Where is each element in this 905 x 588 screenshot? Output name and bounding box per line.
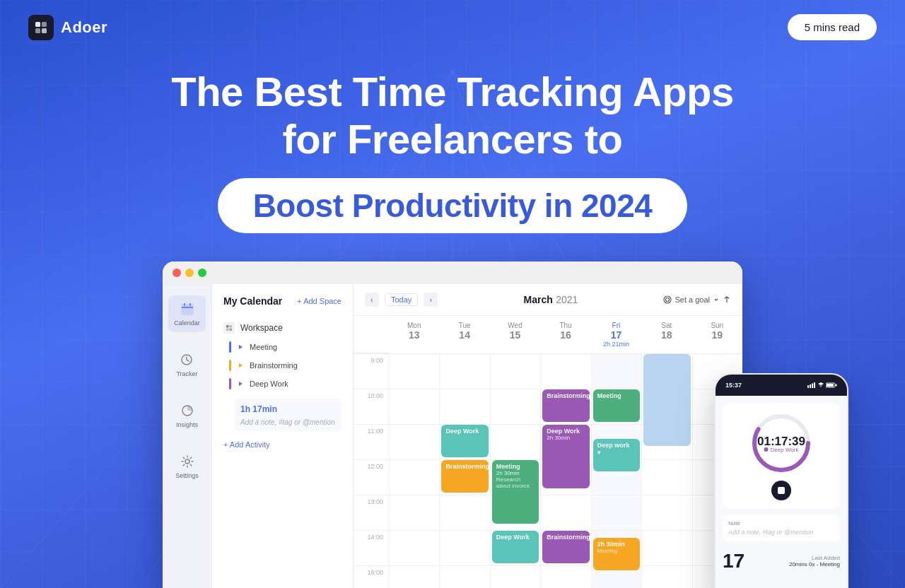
logo-text: Adoer bbox=[61, 18, 107, 37]
cal-day-thu: Thu 16 bbox=[540, 316, 590, 353]
deepwork-color-bar bbox=[229, 378, 231, 389]
svg-rect-34 bbox=[827, 384, 834, 387]
svg-rect-21 bbox=[226, 329, 229, 331]
svg-rect-9 bbox=[42, 22, 47, 27]
app-content: Calendar Tracker bbox=[163, 284, 742, 588]
window-close-dot bbox=[173, 269, 181, 277]
event-fri-brainstorming[interactable]: 2h 30min Meeting bbox=[593, 538, 640, 570]
mon-cell-6 bbox=[390, 531, 439, 566]
deep-work-time: 1h 17min bbox=[240, 404, 336, 414]
cal-month-year: March 2021 bbox=[523, 293, 578, 306]
svg-rect-10 bbox=[35, 28, 40, 33]
phone-content: 01:17:39 Deep Work Note Add a note, #tag… bbox=[716, 396, 847, 588]
read-time-text: 5 mins read bbox=[805, 21, 860, 33]
svg-marker-25 bbox=[239, 382, 243, 386]
read-time-badge: 5 mins read bbox=[788, 14, 877, 40]
tracker-icon bbox=[179, 352, 194, 368]
cal-month: March bbox=[523, 294, 552, 305]
day-column-tue: Deep Work Brainstorming bbox=[439, 354, 489, 588]
event-fri-deepwork[interactable]: Deep work ▾ bbox=[593, 439, 640, 471]
window-minimize-dot bbox=[185, 269, 194, 277]
event-wed-deepwork[interactable]: Deep Work bbox=[492, 531, 539, 563]
event-sat-lightblue[interactable] bbox=[643, 354, 690, 446]
event-thu-deepwork[interactable]: Deep Work 2h 30min bbox=[542, 425, 589, 488]
cal-body: 9:00 10:00 11:00 12:00 13:00 14:00 16:00 bbox=[354, 354, 742, 588]
sidebar-item-insights[interactable]: Insights bbox=[170, 397, 204, 434]
phone-frame: 15:37 01:17:39 bbox=[714, 373, 848, 588]
logo[interactable]: Adoer bbox=[28, 15, 107, 40]
sidebar-insights-label: Insights bbox=[176, 421, 198, 428]
event-thu-brainstorming2[interactable]: Brainstorming bbox=[542, 531, 589, 563]
time-labels: 9:00 10:00 11:00 12:00 13:00 14:00 16:00 bbox=[354, 354, 389, 588]
timer-label-text: Deep Work bbox=[771, 447, 799, 453]
mon-cell-3 bbox=[390, 425, 439, 460]
phone-note-input[interactable]: Add a note, #tag or @mention bbox=[728, 529, 834, 536]
svg-rect-12 bbox=[182, 305, 193, 314]
cal-goal-button[interactable]: Set a goal bbox=[663, 295, 731, 304]
add-space-button[interactable]: + Add Space bbox=[297, 297, 341, 305]
event-wed-meeting[interactable]: Meeting 2h 30min Research about invoice bbox=[492, 460, 539, 524]
phone-note-section: Note Add a note, #tag or @mention bbox=[723, 514, 840, 541]
event-thu-brainstorming[interactable]: Brainstorming bbox=[542, 389, 589, 422]
svg-marker-24 bbox=[239, 363, 243, 368]
svg-rect-20 bbox=[230, 325, 233, 328]
svg-rect-22 bbox=[230, 329, 233, 331]
svg-rect-11 bbox=[42, 28, 47, 33]
time-1100: 11:00 bbox=[354, 425, 389, 460]
workspace-icon bbox=[223, 322, 235, 334]
day-column-thu: Brainstorming Deep Work 2h 30min Brainst… bbox=[540, 354, 590, 588]
phone-time: 15:37 bbox=[725, 382, 742, 389]
day-column-sat bbox=[641, 354, 691, 588]
cal-today-button[interactable]: Today bbox=[385, 293, 418, 306]
svg-point-18 bbox=[185, 459, 189, 464]
highlight-box: Boost Productivity in 2024 bbox=[218, 178, 688, 233]
phone-note-label: Note bbox=[728, 520, 834, 527]
day-column-wed: Meeting 2h 30min Research about invoice … bbox=[490, 354, 540, 588]
note-input[interactable]: Add a note, #tag or @mention bbox=[240, 418, 336, 426]
phone-status-area: 15:37 bbox=[716, 375, 847, 396]
main-title: The Best Time Tracking Apps for Freelanc… bbox=[28, 69, 877, 163]
event-tue-deepwork[interactable]: Deep Work bbox=[441, 425, 488, 457]
laptop-titlebar bbox=[163, 261, 742, 284]
logo-icon bbox=[28, 15, 54, 40]
sidebar-item-settings[interactable]: Settings bbox=[170, 448, 204, 485]
meeting-color-bar bbox=[229, 341, 231, 353]
panel-header: My Calendar + Add Space bbox=[223, 295, 341, 307]
cal-day-fri: Fri 17 2h 21min bbox=[591, 316, 641, 353]
time-900: 9:00 bbox=[354, 354, 389, 389]
phone-bottom: 17 Last Added 20mins 0x - Meeting bbox=[723, 547, 840, 575]
timer-circle: 01:17:39 Deep Work bbox=[749, 411, 813, 475]
phone-last-label: Last Added bbox=[789, 555, 840, 561]
svg-marker-23 bbox=[239, 345, 243, 349]
cal-goal-label: Set a goal bbox=[675, 295, 710, 304]
screenshot-section: Calendar Tracker bbox=[0, 261, 905, 588]
day-column-mon bbox=[389, 354, 439, 588]
stop-button[interactable] bbox=[771, 481, 791, 500]
mon-cell-7 bbox=[390, 566, 439, 588]
sidebar-item-calendar[interactable]: Calendar bbox=[168, 295, 206, 332]
event-fri-meeting[interactable]: Meeting bbox=[593, 389, 640, 422]
cal-prev-button[interactable]: ‹ bbox=[365, 293, 379, 307]
app-sidebar: Calendar Tracker bbox=[163, 284, 212, 588]
cal-nav: ‹ Today › bbox=[365, 293, 438, 307]
cal-day-wed: Wed 15 bbox=[490, 316, 540, 353]
mon-cell-2 bbox=[390, 389, 439, 425]
laptop-frame: Calendar Tracker bbox=[163, 261, 742, 588]
add-activity-button[interactable]: + Add Activity bbox=[223, 440, 341, 449]
sidebar-item-tracker[interactable]: Tracker bbox=[170, 346, 203, 383]
activity-meeting-label: Meeting bbox=[250, 343, 277, 351]
deep-work-section: 1h 17min Add a note, #tag or @mention bbox=[235, 399, 341, 432]
svg-point-27 bbox=[666, 298, 670, 302]
sidebar-settings-label: Settings bbox=[175, 472, 199, 479]
cal-time-header-empty bbox=[354, 316, 389, 353]
activity-brainstorming: Brainstorming bbox=[223, 356, 341, 375]
cal-day-sun: Sun 19 bbox=[692, 316, 742, 353]
calendar-section: ‹ Today › March 2021 Set a goal bbox=[354, 284, 742, 588]
cal-next-button[interactable]: › bbox=[424, 293, 438, 307]
cal-day-tue: Tue 14 bbox=[439, 316, 489, 353]
title-line1: The Best Time Tracking Apps bbox=[171, 69, 734, 114]
stop-icon bbox=[778, 487, 785, 494]
event-tue-brainstorming[interactable]: Brainstorming bbox=[441, 460, 488, 493]
timer-label: Deep Work bbox=[764, 447, 799, 453]
time-1000: 10:00 bbox=[354, 389, 389, 425]
